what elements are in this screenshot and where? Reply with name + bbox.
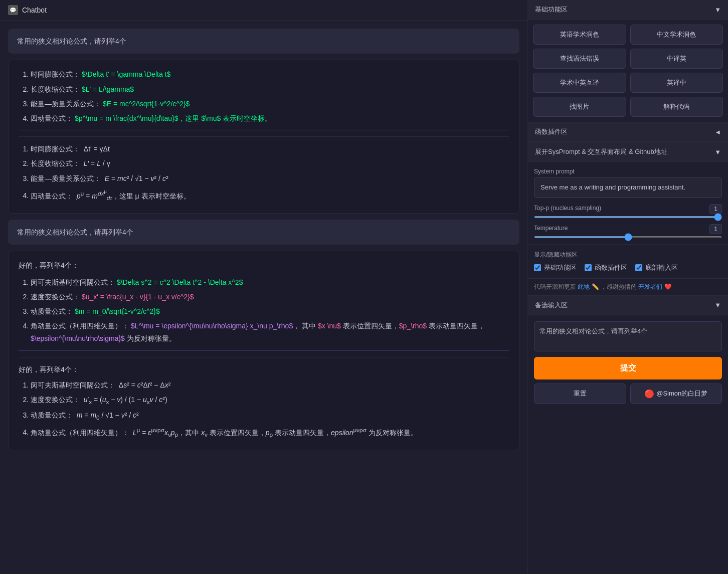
top-p-label: Top-p (nucleus sampling) — [534, 205, 601, 212]
list-item: 闵可夫斯基时空间隔公式： Δs² = c²Δt² − Δx² — [31, 379, 509, 392]
formula-label: 长度收缩公式： — [31, 85, 80, 93]
source-link[interactable]: 此地 — [578, 283, 590, 290]
sysprompt-content: System prompt Serve me as a writing and … — [528, 162, 728, 244]
rendered-formulas-2: 好的，再列举4个： 闵可夫斯基时空间隔公式： Δs² = c²Δt² − Δx²… — [19, 357, 509, 440]
formula-label: 动质量公式： — [31, 307, 73, 315]
list-item: 长度收缩公式： L′ = L / γ — [31, 157, 509, 170]
chat-messages: 常用的狭义相对论公式，请列举4个 时间膨胀公式： $\Delta t' = \g… — [0, 21, 527, 574]
user-message-1: 常用的狭义相对论公式，请列举4个 — [8, 29, 519, 54]
plugin-section-title: 函数插件区 — [535, 127, 568, 136]
checkbox-bottom-label: 底部输入区 — [645, 263, 678, 272]
checkbox-basic[interactable]: 基础功能区 — [534, 263, 577, 272]
list-item: 长度收缩公式： $L' = L/\gamma$ — [31, 83, 509, 96]
submit-button[interactable]: 提交 — [534, 357, 722, 379]
formula-latex: $m = m_0/\sqrt{1-v^2/c^2}$ — [75, 307, 160, 315]
list-item: 四动量公式： $p^\mu = m \frac{dx^\mu}{d\tau}$，… — [31, 112, 509, 125]
developers-link[interactable]: 开发者们 — [638, 283, 662, 290]
basic-section-header[interactable]: 基础功能区 ▼ — [528, 0, 728, 20]
checkbox-plugin[interactable]: 函数插件区 — [585, 263, 627, 272]
list-item: 角动量公式（利用四维矢量）： Lμ = εμνρσxνpρ，其中 xν 表示位置… — [31, 425, 509, 440]
basic-functions-grid: 英语学术润色 中文学术润色 查找语法错误 中译英 学术中英互译 英译中 找图片 … — [528, 20, 728, 122]
list-item: 动质量公式： m = m0 / √1 − v² / c² — [31, 409, 509, 423]
btn-zh-academic[interactable]: 中文学术润色 — [630, 25, 723, 45]
list-item: 动质量公式： $m = m_0/\sqrt{1-v^2/c^2}$ — [31, 305, 509, 318]
sysprompt-section: 展开SysPrompt & 交互界面布局 & Github地址 ▼ System… — [528, 142, 728, 244]
pencil-icon: ✏️ — [592, 283, 599, 290]
formula-latex: $L^\mu = \epsilon^{\mu\nu\rho\sigma} x_\… — [131, 322, 293, 330]
chatbot-header: 💬 Chatbot — [0, 0, 527, 21]
temperature-slider-group: Temperature 1 — [534, 224, 722, 238]
list-item: 能量—质量关系公式： $E = mc^2/\sqrt{1-v^2/c^2}$ — [31, 98, 509, 110]
visibility-checkbox-row: 基础功能区 函数插件区 底部输入区 — [534, 263, 722, 272]
checkbox-plugin-label: 函数插件区 — [595, 263, 627, 272]
btn-find-image[interactable]: 找图片 — [533, 97, 626, 117]
checkbox-plugin-input[interactable] — [585, 264, 592, 271]
formula-inline: $x \nu$ — [318, 322, 341, 330]
btn-grammar-check[interactable]: 查找语法错误 — [533, 49, 626, 69]
plugin-section: 函数插件区 ◄ — [528, 122, 728, 142]
user-message-2: 常用的狭义相对论公式，请再列举4个 — [8, 220, 519, 245]
bottom-buttons: 重置 🔴 @Simon的白日梦 — [534, 384, 722, 404]
formula-label: 时间膨胀公式： — [31, 70, 80, 78]
user-message-2-text: 常用的狭义相对论公式，请再列举4个 — [17, 228, 133, 236]
assistant-message-1: 时间膨胀公式： $\Delta t' = \gamma \Delta t$ 长度… — [8, 60, 519, 214]
checkbox-basic-input[interactable] — [534, 264, 541, 271]
user-message-1-text: 常用的狭义相对论公式，请列举4个 — [17, 37, 126, 45]
assistant-message-2: 好的，再列举4个： 闵可夫斯基时空间隔公式： $\Delta s^2 = c^2… — [8, 251, 519, 450]
reset-button[interactable]: 重置 — [534, 384, 626, 404]
formula-label: 四动量公式： — [31, 114, 73, 122]
sysprompt-section-header[interactable]: 展开SysPrompt & 交互界面布局 & Github地址 ▼ — [528, 142, 728, 162]
formula-latex: $\Delta t' = \gamma \Delta t$ — [82, 70, 170, 78]
temperature-value: 1 — [709, 224, 722, 234]
formula-label: 角动量公式（利用四维矢量）： — [31, 322, 129, 330]
btn-en-academic[interactable]: 英语学术润色 — [533, 25, 626, 45]
btn-explain-code[interactable]: 解释代码 — [630, 97, 723, 117]
temperature-label-row: Temperature 1 — [534, 224, 722, 234]
visibility-title: 显示/隐藏功能区 — [534, 251, 722, 259]
checkbox-basic-label: 基础功能区 — [544, 263, 577, 272]
rendered-intro: 好的，再列举4个： — [19, 363, 509, 376]
rendered-formulas: 时间膨胀公式： Δt′ = γΔt 长度收缩公式： L′ = L / γ 能量—… — [19, 136, 509, 203]
heart-icon: ❤️ — [664, 283, 672, 290]
system-prompt-value[interactable]: Serve me as a writing and programming as… — [534, 177, 722, 198]
weibo-text: @Simon的白日梦 — [656, 389, 707, 398]
backup-section-header[interactable]: 备选输入区 ▼ — [528, 296, 728, 315]
list-item: 速度变换公式： u′x = (ux − v) / (1 − uxv / c²) — [31, 394, 509, 407]
chatbot-icon: 💬 — [8, 5, 18, 15]
visibility-section: 显示/隐藏功能区 基础功能区 函数插件区 底部输入区 — [528, 244, 728, 278]
checkbox-bottom-input[interactable] — [635, 264, 642, 271]
btn-en-to-zh[interactable]: 英译中 — [630, 73, 723, 93]
formula-latex: $E = mc^2/\sqrt{1-v^2/c^2}$ — [103, 100, 190, 108]
backup-textarea[interactable]: 常用的狭义相对论公式，请再列举4个 — [534, 321, 722, 351]
formula-inline: $\epsilon^{\mu\nu\rho\sigma}$ — [31, 334, 125, 342]
chatbot-title: Chatbot — [22, 6, 47, 14]
sysprompt-section-chevron: ▼ — [714, 148, 721, 156]
top-p-slider[interactable] — [534, 216, 722, 218]
list-item: 速度变换公式： $u_x' = \frac{u_x - v}{1 - u_x v… — [31, 291, 509, 303]
temperature-slider[interactable] — [534, 236, 722, 238]
backup-section: 备选输入区 ▼ 常用的狭义相对论公式，请再列举4个 提交 重置 🔴 @Simon… — [528, 295, 728, 410]
formula-latex: $p^\mu = m \frac{dx^\mu}{d\tau}$，这里 $\mu… — [75, 114, 272, 122]
plugin-section-header[interactable]: 函数插件区 ◄ — [528, 122, 728, 142]
formula-label: 闵可夫斯基时空间隔公式： — [31, 278, 115, 286]
formula-latex: $L' = L/\gamma$ — [82, 85, 134, 93]
top-p-value: 1 — [709, 204, 722, 214]
formula-latex: $u_x' = \frac{u_x - v}{1 - u_x v/c^2}$ — [82, 293, 194, 301]
weibo-icon: 🔴 — [644, 389, 654, 399]
formula-latex: $\Delta s^2 = c^2 \Delta t^2 - \Delta x^… — [117, 278, 243, 286]
list-item: 闵可夫斯基时空间隔公式： $\Delta s^2 = c^2 \Delta t^… — [31, 276, 509, 289]
list-item: 时间膨胀公式： $\Delta t' = \gamma \Delta t$ — [31, 68, 509, 81]
checkbox-bottom[interactable]: 底部输入区 — [635, 263, 678, 272]
btn-zh-to-en[interactable]: 中译英 — [630, 49, 723, 69]
chat-panel: 💬 Chatbot 常用的狭义相对论公式，请列举4个 时间膨胀公式： $\Del… — [0, 0, 527, 574]
temperature-label: Temperature — [534, 225, 568, 232]
list-item: 能量—质量关系公式： E = mc² / √1 − v² / c² — [31, 172, 509, 185]
list-item: 时间膨胀公式： Δt′ = γΔt — [31, 143, 509, 155]
plugin-section-chevron: ◄ — [714, 128, 721, 136]
list-item: 四动量公式： pμ = mdxμdτ，这里 μ 表示时空坐标。 — [31, 187, 509, 203]
top-p-label-row: Top-p (nucleus sampling) 1 — [534, 204, 722, 214]
btn-academic-translate[interactable]: 学术中英互译 — [533, 73, 626, 93]
basic-section-chevron: ▼ — [714, 6, 721, 14]
top-p-slider-group: Top-p (nucleus sampling) 1 — [534, 204, 722, 218]
formula-inline: $p_\rho$ — [399, 322, 427, 330]
